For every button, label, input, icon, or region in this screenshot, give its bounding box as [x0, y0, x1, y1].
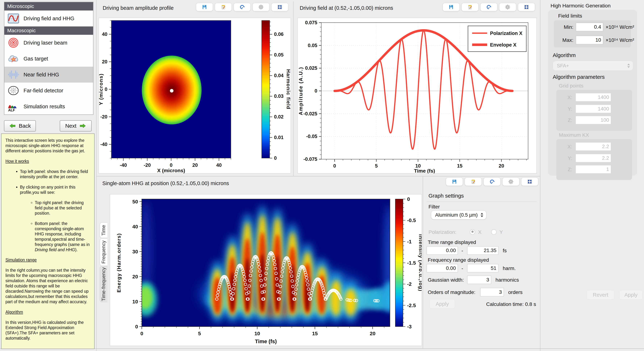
frequency-to-input[interactable] [467, 264, 498, 272]
polarization-y-radio[interactable] [491, 229, 496, 235]
svg-text:-2: -2 [407, 281, 412, 287]
wizard-nav: Microscopic Driving field and HHG Macros… [4, 2, 94, 115]
info-heading-algorithm: Algorithm [6, 310, 90, 315]
grid-y-label: Y: [562, 106, 572, 112]
pulse-icon [7, 69, 20, 80]
revert-button[interactable]: Revert [587, 290, 614, 300]
sidebar-item-driving-laser-beam[interactable]: Driving laser beam [4, 35, 93, 51]
sidebar-item-far-field-detector[interactable]: Far-field detector [4, 82, 93, 98]
grid-x-input[interactable] [576, 93, 611, 102]
fullscreen-button[interactable] [518, 3, 535, 11]
edit-button[interactable] [215, 3, 232, 11]
filter-value: Aluminium (0.5 µm) [435, 212, 478, 218]
edit-button[interactable] [465, 178, 482, 186]
back-button[interactable]: Back [4, 120, 36, 132]
time-to-input[interactable] [467, 246, 498, 255]
svg-text:15: 15 [312, 331, 318, 336]
tab-time-frequency[interactable]: Time-frequency [100, 266, 108, 302]
grid-points-label: Grid points [559, 83, 583, 89]
svg-text:-1: -1 [407, 239, 412, 244]
beam-plot-container: -40-2002040-40-200204000.010.020.030.040… [98, 18, 291, 174]
maximum-kx-label: Maximum KX [559, 132, 589, 138]
x-axis-label: X (microns) [157, 168, 185, 173]
kx-x-input[interactable] [576, 142, 611, 151]
divider [96, 176, 540, 176]
svg-text:-20: -20 [100, 114, 108, 120]
beam-profile-plot[interactable]: -40-2002040-40-200204000.010.020.030.040… [99, 18, 291, 173]
polarization-x-radio[interactable] [470, 229, 475, 235]
next-arrow-icon [79, 123, 86, 128]
min-label: Min: [560, 24, 573, 30]
algorithm-select[interactable]: SFA+ [553, 61, 633, 71]
kx-y-input[interactable] [576, 154, 611, 162]
algorithm-parameters-label: Algorithm parameters [553, 74, 605, 80]
divider [0, 348, 644, 349]
apply-button[interactable]: Apply [619, 290, 642, 300]
sine-chart-icon [7, 12, 20, 24]
sidebar-item-driving-field-and-hhg[interactable]: Driving field and HHG [4, 10, 93, 26]
svg-text:0.075: 0.075 [305, 20, 317, 25]
settings-button[interactable] [252, 3, 270, 11]
intensity-unit: ×10¹⁴ W/cm² [606, 37, 634, 43]
tab-frequency[interactable]: Frequency [100, 238, 108, 266]
kx-z-input[interactable] [576, 165, 611, 174]
algorithm-value: SFA+ [557, 63, 569, 69]
edit-button[interactable] [462, 3, 478, 11]
filter-label: Filter [428, 204, 440, 210]
intensity-unit: ×10¹⁴ W/cm² [606, 24, 634, 30]
next-button[interactable]: Next [60, 120, 92, 132]
min-field-input[interactable] [576, 23, 603, 31]
frequency-unit: harm. [503, 266, 516, 271]
settings-button[interactable] [499, 3, 516, 11]
gas-cloud-icon [7, 53, 20, 65]
sidebar-item-label: Gas target [24, 56, 48, 62]
sidebar-item-gas-target[interactable]: Gas target [4, 51, 93, 67]
save-button[interactable] [446, 178, 463, 186]
info-heading-how-it-works: How it works [6, 159, 90, 164]
sidebar-item-label: Far-field detector [24, 88, 63, 94]
sidebar-item-near-field-hhg[interactable]: Near field HHG [4, 67, 93, 82]
orders-input[interactable] [480, 288, 504, 296]
y-axis-label: Y (microns) [99, 73, 104, 105]
selected-position-marker [170, 89, 174, 92]
max-field-input[interactable] [576, 36, 603, 44]
svg-text:20: 20 [192, 162, 198, 168]
frequency-from-input[interactable] [427, 264, 458, 272]
grid-z-label: Z: [562, 117, 572, 123]
calculation-time: Calculation time: 0.8 s [467, 301, 536, 307]
hhg-spectrogram-plot[interactable]: 05101520010203040500-0.5-1-1.5-2-2.5-3 T… [110, 194, 422, 346]
refresh-button[interactable] [234, 3, 251, 11]
graph-apply-button[interactable]: Apply [430, 299, 455, 308]
range-dash: - [462, 266, 463, 271]
hhg-panel-heading: High Harmonic Generation [550, 3, 611, 9]
svg-text:0.01: 0.01 [274, 135, 284, 140]
gaussian-width-input[interactable] [467, 276, 491, 284]
settings-button[interactable] [502, 178, 520, 186]
fullscreen-button[interactable] [271, 3, 288, 11]
refresh-button[interactable] [480, 3, 497, 11]
filter-select[interactable]: Aluminium (0.5 µm) [431, 210, 486, 220]
frequency-range-label: Frequency range displayed [428, 257, 489, 263]
info-intro: This interactive screen lets you explore… [6, 138, 90, 154]
sidebar-item-label: Simulation results [24, 104, 65, 110]
grid-y-input[interactable] [576, 105, 611, 113]
fullscreen-button[interactable] [521, 178, 538, 186]
graph-settings-title: Graph settings [428, 193, 464, 199]
svg-text:10: 10 [415, 163, 421, 168]
driving-field-plot[interactable]: 051015200.0750.050.0250-0.025-0.05-0.075… [298, 18, 536, 173]
svg-text:20: 20 [102, 59, 108, 64]
sidebar-item-simulation-results[interactable]: ALF Simulation results [4, 98, 93, 114]
refresh-icon [486, 4, 492, 10]
tab-time[interactable]: Time [100, 222, 108, 238]
refresh-button[interactable] [484, 178, 500, 186]
save-button[interactable] [442, 3, 460, 11]
fullscreen-icon [527, 179, 532, 184]
svg-text:-2.5: -2.5 [407, 303, 416, 308]
save-button[interactable] [196, 3, 213, 11]
sidebar-item-label: Driving laser beam [24, 40, 67, 46]
divider [423, 176, 423, 348]
grid-z-input[interactable] [576, 116, 611, 124]
info-algorithm-text: In this version,HHG is calculated using … [6, 320, 90, 341]
time-from-input[interactable] [427, 246, 458, 255]
svg-text:-0.075: -0.075 [303, 156, 317, 162]
